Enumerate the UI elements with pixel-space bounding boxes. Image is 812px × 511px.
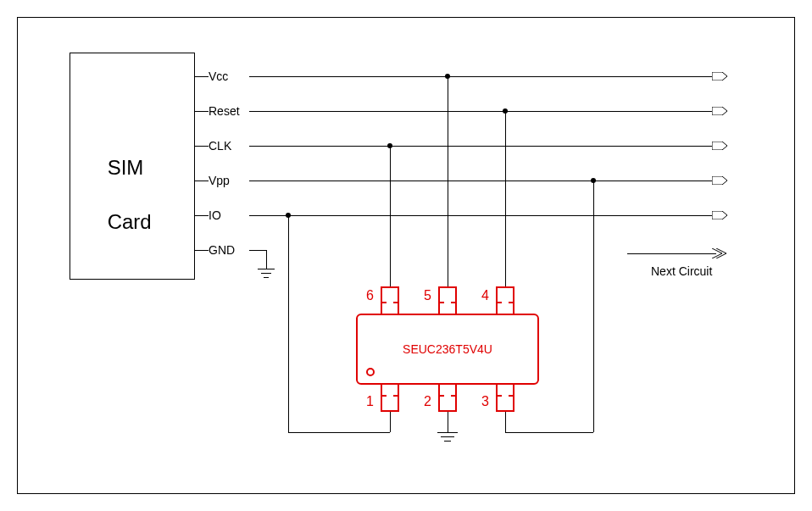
svg-marker-3	[712, 176, 727, 185]
wire-vcc-to-pin5	[448, 76, 448, 286]
wire-vcc	[249, 76, 712, 77]
output-port-clk	[712, 142, 727, 150]
wire-pin2-drop	[448, 412, 448, 432]
wire-reset	[249, 111, 712, 112]
wire-reset-stub	[195, 111, 209, 112]
ic-lead-2	[438, 383, 457, 412]
diagram-canvas: SIM Card Vcc Reset CLK Vpp IO GND	[0, 0, 812, 511]
next-circuit-label: Next Circuit	[651, 264, 712, 278]
svg-marker-2	[712, 142, 727, 150]
wire-io	[249, 215, 712, 216]
svg-marker-0	[712, 72, 727, 81]
junction-io	[286, 213, 291, 218]
pin-label-io: IO	[209, 208, 221, 222]
pin-label-reset: Reset	[209, 104, 240, 118]
ic-lead-4	[496, 286, 514, 315]
pin-label-gnd: GND	[209, 243, 235, 257]
svg-marker-4	[712, 211, 727, 219]
ic-pin-num-3: 3	[481, 394, 489, 409]
wire-clk	[249, 146, 712, 147]
ic-lead-3	[496, 383, 514, 412]
wire-io-stub	[195, 215, 209, 216]
ic-lead-6	[381, 286, 399, 315]
ic-pin-num-6: 6	[366, 288, 374, 303]
ic-package-body: SEUC236T5V4U	[356, 314, 539, 385]
junction-reset	[503, 108, 508, 114]
wire-pin3-drop	[505, 412, 506, 432]
wire-gnd-stub	[195, 250, 209, 251]
wire-vcc-stub	[195, 76, 209, 77]
wire-clk-stub	[195, 146, 209, 147]
junction-clk	[387, 143, 392, 148]
junction-vcc	[445, 74, 450, 79]
output-port-vcc	[712, 72, 727, 81]
wire-pin3-h	[505, 432, 593, 433]
pin-label-vcc: Vcc	[209, 69, 228, 83]
wire-pin1-drop	[390, 412, 391, 432]
pin-label-clk: CLK	[209, 139, 231, 153]
output-port-vpp	[712, 176, 727, 185]
wire-pin1-h	[288, 432, 390, 433]
output-port-io	[712, 211, 727, 219]
wire-vpp-stub	[195, 181, 209, 181]
wire-pin3-up	[593, 181, 594, 432]
ic-pin-num-5: 5	[424, 288, 431, 303]
ic-part-number: SEUC236T5V4U	[358, 342, 537, 356]
ic-lead-5	[438, 286, 457, 315]
wire-vpp	[249, 181, 712, 181]
svg-marker-1	[712, 107, 727, 115]
sim-card-title: SIM Card	[85, 127, 152, 263]
junction-vpp	[591, 178, 596, 183]
output-port-reset	[712, 107, 727, 115]
sim-title-line1: SIM	[108, 156, 144, 179]
pin-label-vpp: Vpp	[209, 174, 230, 187]
ic-pin1-marker	[366, 368, 375, 376]
wire-clk-to-pin6	[390, 146, 391, 286]
ic-pin-num-4: 4	[481, 288, 489, 303]
ic-lead-1	[381, 383, 399, 412]
wire-reset-to-pin4	[505, 111, 506, 286]
wire-pin1-up	[288, 215, 289, 432]
sim-title-line2: Card	[108, 210, 152, 233]
ic-pin-num-2: 2	[424, 394, 431, 409]
wire-gnd	[249, 250, 266, 251]
ic-pin-num-1: 1	[366, 394, 374, 409]
